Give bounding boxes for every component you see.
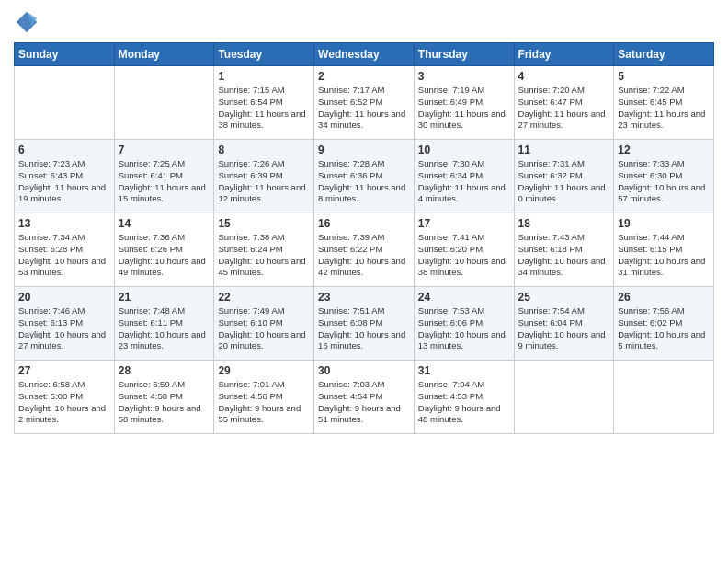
calendar-cell: 18Sunrise: 7:43 AM Sunset: 6:18 PM Dayli… bbox=[514, 213, 614, 287]
day-info: Sunrise: 7:31 AM Sunset: 6:32 PM Dayligh… bbox=[518, 158, 610, 205]
day-info: Sunrise: 7:49 AM Sunset: 6:10 PM Dayligh… bbox=[218, 305, 310, 352]
calendar-week-row: 6Sunrise: 7:23 AM Sunset: 6:43 PM Daylig… bbox=[15, 140, 714, 213]
day-number: 10 bbox=[418, 144, 510, 156]
calendar-cell: 16Sunrise: 7:39 AM Sunset: 6:22 PM Dayli… bbox=[314, 213, 415, 287]
day-info: Sunrise: 7:15 AM Sunset: 6:54 PM Dayligh… bbox=[218, 85, 310, 132]
calendar-cell: 20Sunrise: 7:46 AM Sunset: 6:13 PM Dayli… bbox=[15, 287, 115, 361]
calendar-cell: 13Sunrise: 7:34 AM Sunset: 6:28 PM Dayli… bbox=[15, 213, 115, 287]
day-info: Sunrise: 7:38 AM Sunset: 6:24 PM Dayligh… bbox=[218, 232, 310, 279]
day-number: 2 bbox=[318, 70, 410, 83]
day-number: 20 bbox=[18, 291, 110, 304]
day-number: 9 bbox=[318, 144, 410, 156]
calendar-cell: 26Sunrise: 7:56 AM Sunset: 6:02 PM Dayli… bbox=[614, 287, 714, 361]
day-info: Sunrise: 7:25 AM Sunset: 6:41 PM Dayligh… bbox=[119, 158, 210, 205]
calendar-cell: 30Sunrise: 7:03 AM Sunset: 4:54 PM Dayli… bbox=[314, 361, 415, 434]
calendar-week-row: 20Sunrise: 7:46 AM Sunset: 6:13 PM Dayli… bbox=[15, 287, 714, 361]
calendar-cell: 17Sunrise: 7:41 AM Sunset: 6:20 PM Dayli… bbox=[414, 213, 514, 287]
calendar-cell bbox=[514, 361, 614, 434]
day-number: 22 bbox=[218, 291, 310, 304]
calendar-cell: 15Sunrise: 7:38 AM Sunset: 6:24 PM Dayli… bbox=[214, 213, 314, 287]
calendar-cell: 3Sunrise: 7:19 AM Sunset: 6:49 PM Daylig… bbox=[414, 66, 514, 140]
day-info: Sunrise: 7:33 AM Sunset: 6:30 PM Dayligh… bbox=[618, 158, 710, 205]
day-info: Sunrise: 6:59 AM Sunset: 4:58 PM Dayligh… bbox=[119, 379, 210, 426]
day-info: Sunrise: 7:17 AM Sunset: 6:52 PM Dayligh… bbox=[318, 85, 410, 132]
calendar-cell bbox=[114, 66, 214, 140]
calendar-cell bbox=[15, 66, 115, 140]
calendar-header-row: SundayMondayTuesdayWednesdayThursdayFrid… bbox=[15, 43, 714, 66]
calendar-cell: 2Sunrise: 7:17 AM Sunset: 6:52 PM Daylig… bbox=[314, 66, 415, 140]
day-number: 21 bbox=[119, 291, 210, 304]
day-info: Sunrise: 7:48 AM Sunset: 6:11 PM Dayligh… bbox=[119, 305, 210, 352]
day-number: 19 bbox=[618, 217, 710, 230]
day-info: Sunrise: 7:56 AM Sunset: 6:02 PM Dayligh… bbox=[618, 305, 710, 352]
day-info: Sunrise: 7:03 AM Sunset: 4:54 PM Dayligh… bbox=[318, 379, 410, 426]
day-number: 18 bbox=[518, 217, 610, 230]
day-header-friday: Friday bbox=[514, 43, 614, 66]
day-number: 24 bbox=[418, 291, 510, 304]
calendar-cell: 14Sunrise: 7:36 AM Sunset: 6:26 PM Dayli… bbox=[114, 213, 214, 287]
day-info: Sunrise: 6:58 AM Sunset: 5:00 PM Dayligh… bbox=[18, 379, 110, 426]
calendar-cell: 29Sunrise: 7:01 AM Sunset: 4:56 PM Dayli… bbox=[214, 361, 314, 434]
calendar-cell: 28Sunrise: 6:59 AM Sunset: 4:58 PM Dayli… bbox=[114, 361, 214, 434]
day-info: Sunrise: 7:54 AM Sunset: 6:04 PM Dayligh… bbox=[518, 305, 610, 352]
day-number: 29 bbox=[218, 364, 310, 377]
calendar-cell: 10Sunrise: 7:30 AM Sunset: 6:34 PM Dayli… bbox=[414, 140, 514, 213]
day-info: Sunrise: 7:39 AM Sunset: 6:22 PM Dayligh… bbox=[318, 232, 410, 279]
day-header-sunday: Sunday bbox=[15, 43, 115, 66]
day-number: 27 bbox=[18, 364, 110, 377]
day-number: 26 bbox=[618, 291, 710, 304]
day-info: Sunrise: 7:01 AM Sunset: 4:56 PM Dayligh… bbox=[218, 379, 310, 426]
day-number: 15 bbox=[218, 217, 310, 230]
calendar-cell: 8Sunrise: 7:26 AM Sunset: 6:39 PM Daylig… bbox=[214, 140, 314, 213]
day-info: Sunrise: 7:22 AM Sunset: 6:45 PM Dayligh… bbox=[618, 85, 710, 132]
day-header-thursday: Thursday bbox=[414, 43, 514, 66]
day-header-wednesday: Wednesday bbox=[314, 43, 415, 66]
day-info: Sunrise: 7:28 AM Sunset: 6:36 PM Dayligh… bbox=[318, 158, 410, 205]
day-info: Sunrise: 7:20 AM Sunset: 6:47 PM Dayligh… bbox=[518, 85, 610, 132]
day-info: Sunrise: 7:36 AM Sunset: 6:26 PM Dayligh… bbox=[119, 232, 210, 279]
day-number: 3 bbox=[418, 70, 510, 83]
day-header-tuesday: Tuesday bbox=[214, 43, 314, 66]
day-info: Sunrise: 7:43 AM Sunset: 6:18 PM Dayligh… bbox=[518, 232, 610, 279]
day-number: 13 bbox=[18, 217, 110, 230]
day-number: 6 bbox=[18, 144, 110, 156]
page-header bbox=[14, 9, 714, 35]
day-info: Sunrise: 7:23 AM Sunset: 6:43 PM Dayligh… bbox=[18, 158, 110, 205]
day-number: 7 bbox=[119, 144, 210, 156]
day-header-saturday: Saturday bbox=[614, 43, 714, 66]
calendar-cell: 22Sunrise: 7:49 AM Sunset: 6:10 PM Dayli… bbox=[214, 287, 314, 361]
day-number: 4 bbox=[518, 70, 610, 83]
day-info: Sunrise: 7:44 AM Sunset: 6:15 PM Dayligh… bbox=[618, 232, 710, 279]
calendar-cell: 12Sunrise: 7:33 AM Sunset: 6:30 PM Dayli… bbox=[614, 140, 714, 213]
day-number: 14 bbox=[119, 217, 210, 230]
day-number: 5 bbox=[618, 70, 710, 83]
calendar-cell: 7Sunrise: 7:25 AM Sunset: 6:41 PM Daylig… bbox=[114, 140, 214, 213]
day-number: 16 bbox=[318, 217, 410, 230]
day-number: 28 bbox=[119, 364, 210, 377]
calendar-cell bbox=[614, 361, 714, 434]
calendar-cell: 6Sunrise: 7:23 AM Sunset: 6:43 PM Daylig… bbox=[15, 140, 115, 213]
calendar-cell: 4Sunrise: 7:20 AM Sunset: 6:47 PM Daylig… bbox=[514, 66, 614, 140]
calendar-cell: 27Sunrise: 6:58 AM Sunset: 5:00 PM Dayli… bbox=[15, 361, 115, 434]
day-info: Sunrise: 7:53 AM Sunset: 6:06 PM Dayligh… bbox=[418, 305, 510, 352]
logo bbox=[14, 9, 43, 35]
day-number: 8 bbox=[218, 144, 310, 156]
day-info: Sunrise: 7:41 AM Sunset: 6:20 PM Dayligh… bbox=[418, 232, 510, 279]
day-number: 17 bbox=[418, 217, 510, 230]
day-info: Sunrise: 7:19 AM Sunset: 6:49 PM Dayligh… bbox=[418, 85, 510, 132]
calendar-week-row: 13Sunrise: 7:34 AM Sunset: 6:28 PM Dayli… bbox=[15, 213, 714, 287]
day-number: 11 bbox=[518, 144, 610, 156]
day-number: 25 bbox=[518, 291, 610, 304]
calendar-cell: 23Sunrise: 7:51 AM Sunset: 6:08 PM Dayli… bbox=[314, 287, 415, 361]
calendar-cell: 21Sunrise: 7:48 AM Sunset: 6:11 PM Dayli… bbox=[114, 287, 214, 361]
calendar-cell: 19Sunrise: 7:44 AM Sunset: 6:15 PM Dayli… bbox=[614, 213, 714, 287]
day-info: Sunrise: 7:46 AM Sunset: 6:13 PM Dayligh… bbox=[18, 305, 110, 352]
day-info: Sunrise: 7:30 AM Sunset: 6:34 PM Dayligh… bbox=[418, 158, 510, 205]
logo-icon bbox=[14, 9, 40, 35]
day-header-monday: Monday bbox=[114, 43, 214, 66]
day-number: 31 bbox=[418, 364, 510, 377]
day-info: Sunrise: 7:26 AM Sunset: 6:39 PM Dayligh… bbox=[218, 158, 310, 205]
calendar-cell: 25Sunrise: 7:54 AM Sunset: 6:04 PM Dayli… bbox=[514, 287, 614, 361]
day-info: Sunrise: 7:04 AM Sunset: 4:53 PM Dayligh… bbox=[418, 379, 510, 426]
day-number: 12 bbox=[618, 144, 710, 156]
